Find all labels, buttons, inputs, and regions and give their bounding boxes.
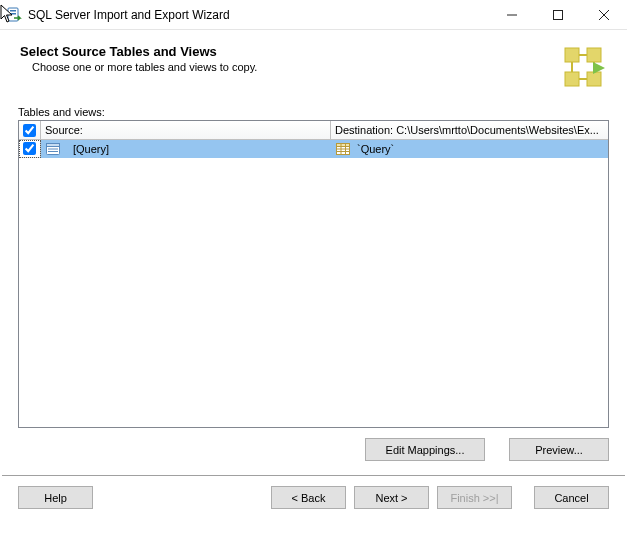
svg-rect-10 (587, 72, 601, 86)
titlebar: SQL Server Import and Export Wizard (0, 0, 627, 30)
wizard-icon (559, 44, 607, 92)
row-destination-text: `Query` (357, 143, 394, 155)
page-heading: Select Source Tables and Views (20, 44, 559, 59)
svg-rect-7 (565, 48, 579, 62)
column-header-source[interactable]: Source: (41, 121, 331, 140)
wizard-nav: Help < Back Next > Finish >>| Cancel (0, 476, 627, 519)
back-button[interactable]: < Back (271, 486, 346, 509)
row-checkbox-cell[interactable] (19, 140, 41, 158)
svg-rect-9 (565, 72, 579, 86)
edit-mappings-button[interactable]: Edit Mappings... (365, 438, 485, 461)
header-checkbox-cell[interactable] (19, 121, 41, 140)
close-button[interactable] (581, 0, 627, 29)
table-row[interactable]: [Query] `Query` (19, 140, 608, 158)
content-area: Tables and views: Source: Destination: C… (0, 98, 627, 428)
row-checkbox[interactable] (23, 142, 36, 155)
grid-header: Source: Destination: C:\Users\mrtto\Docu… (19, 121, 608, 140)
row-destination-cell[interactable]: `Query` (331, 140, 608, 158)
tables-label: Tables and views: (18, 106, 609, 118)
row-source-cell[interactable]: [Query] (41, 140, 331, 158)
help-button[interactable]: Help (18, 486, 93, 509)
page-subheading: Choose one or more tables and views to c… (32, 61, 559, 73)
wizard-header: Select Source Tables and Views Choose on… (0, 30, 627, 98)
svg-rect-4 (554, 10, 563, 19)
preview-button[interactable]: Preview... (509, 438, 609, 461)
cancel-button[interactable]: Cancel (534, 486, 609, 509)
select-all-checkbox[interactable] (23, 124, 36, 137)
svg-rect-8 (587, 48, 601, 62)
tables-grid[interactable]: Source: Destination: C:\Users\mrtto\Docu… (18, 120, 609, 428)
minimize-button[interactable] (489, 0, 535, 29)
query-icon (45, 141, 61, 157)
window-controls (489, 0, 627, 29)
next-button[interactable]: Next > (354, 486, 429, 509)
column-header-destination[interactable]: Destination: C:\Users\mrtto\Documents\We… (331, 121, 608, 140)
table-icon (335, 141, 351, 157)
svg-rect-12 (47, 144, 60, 147)
finish-button: Finish >>| (437, 486, 512, 509)
row-source-text: [Query] (73, 143, 109, 155)
mouse-cursor-icon (0, 4, 14, 24)
window-title: SQL Server Import and Export Wizard (28, 8, 489, 22)
maximize-button[interactable] (535, 0, 581, 29)
grid-action-buttons: Edit Mappings... Preview... (0, 428, 627, 475)
svg-rect-16 (337, 144, 350, 147)
